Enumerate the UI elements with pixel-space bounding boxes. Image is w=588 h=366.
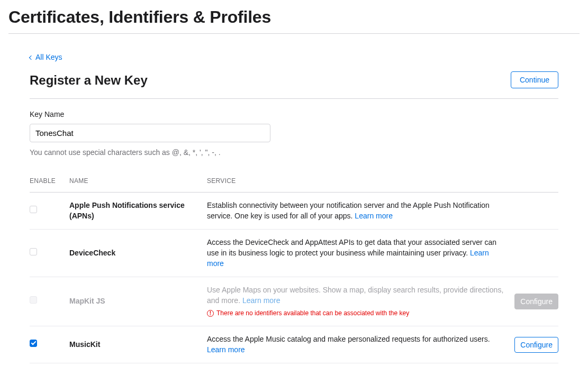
service-desc: Establish connectivity between your noti… (207, 201, 490, 220)
section-head: Register a New Key Continue (30, 71, 558, 99)
learn-more-link[interactable]: Learn more (207, 345, 245, 354)
services-table: ENABLE NAME SERVICE Apple Push Notificat… (30, 177, 558, 366)
back-link-label: All Keys (35, 52, 62, 63)
continue-button[interactable]: Continue (511, 71, 558, 88)
th-name: NAME (69, 177, 207, 186)
key-name-helper: You cannot use special characters such a… (30, 148, 558, 158)
table-row-signinapple: Sign in with Apple Enable your apps to a… (30, 363, 558, 366)
th-enable: ENABLE (30, 177, 69, 186)
enable-checkbox-devicecheck[interactable] (30, 248, 37, 255)
warning-icon: ! (207, 310, 214, 317)
service-desc: Access the DeviceCheck and AppAttest API… (207, 238, 496, 257)
service-name: DeviceCheck (69, 249, 115, 257)
page-header: Certificates, Identifiers & Profiles (8, 0, 580, 34)
chevron-left-icon (29, 56, 33, 60)
enable-checkbox-musickit[interactable] (30, 340, 37, 347)
key-name-input[interactable] (30, 124, 270, 142)
configure-button-mapkitjs: Configure (514, 294, 558, 309)
table-row-musickit: MusicKit Access the Apple Music catalog … (30, 326, 558, 363)
key-name-label: Key Name (30, 109, 558, 120)
enable-checkbox-mapkitjs (30, 296, 37, 304)
service-name: MapKit JS (69, 297, 105, 305)
configure-button-musickit[interactable]: Configure (514, 337, 558, 353)
section-title: Register a New Key (30, 71, 148, 89)
table-header: ENABLE NAME SERVICE (30, 177, 558, 193)
table-row-devicecheck: DeviceCheck Access the DeviceCheck and A… (30, 230, 558, 277)
service-name: Apple Push Notifications service (APNs) (69, 201, 185, 220)
learn-more-link[interactable]: Learn more (355, 212, 393, 220)
page-title: Certificates, Identifiers & Profiles (8, 5, 580, 29)
service-name: MusicKit (69, 340, 100, 349)
warning-line: ! There are no identifiers available tha… (207, 309, 504, 318)
table-row-apns: Apple Push Notifications service (APNs) … (30, 193, 558, 230)
learn-more-link[interactable]: Learn more (242, 296, 281, 305)
enable-checkbox-apns[interactable] (30, 206, 37, 213)
back-link-all-keys[interactable]: All Keys (30, 52, 62, 63)
table-row-mapkitjs: MapKit JS Use Apple Maps on your website… (30, 277, 558, 326)
th-service: SERVICE (207, 177, 510, 186)
th-action (510, 177, 558, 186)
service-desc: Access the Apple Music catalog and make … (207, 335, 490, 343)
warning-text: There are no identifiers available that … (216, 309, 409, 318)
